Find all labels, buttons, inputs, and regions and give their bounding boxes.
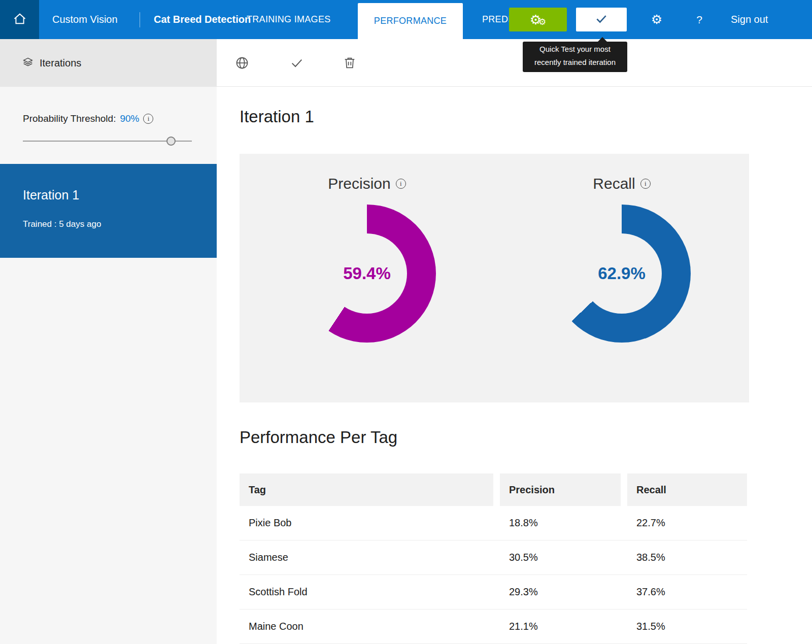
check-icon (290, 63, 304, 72)
tag-name: Scottish Fold (240, 575, 493, 609)
iteration-list-item-selected[interactable]: Iteration 1 Trained : 5 days ago (0, 164, 217, 258)
recall-title: Recall (593, 175, 635, 192)
layers-icon (23, 57, 33, 70)
tag-name: Siamese (240, 540, 493, 574)
iteration-toolbar (217, 39, 812, 87)
tag-precision: 21.1% (500, 609, 621, 643)
table-header-row: Tag Precision Recall (240, 473, 747, 506)
performance-per-tag-heading: Performance Per Tag (240, 428, 397, 447)
metrics-panel: Precision i 59.4% Recall i 62.9% (240, 154, 749, 402)
table-row: Pixie Bob 18.8% 22.7% (240, 506, 747, 540)
tab-training-images[interactable]: TRAINING IMAGES (247, 0, 331, 39)
column-header-tag: Tag (240, 473, 493, 506)
probability-threshold-slider[interactable] (23, 137, 192, 146)
recall-value: 62.9% (553, 205, 691, 343)
home-button[interactable] (0, 0, 39, 39)
delete-iteration-button[interactable] (343, 56, 357, 70)
tab-performance[interactable]: PERFORMANCE (358, 3, 463, 39)
page-title: Iteration 1 (240, 107, 314, 126)
iteration-trained-date: Trained : 5 days ago (23, 219, 101, 229)
threshold-info-icon[interactable]: i (143, 114, 153, 124)
project-title: Cat Breed Detection (154, 0, 251, 39)
quick-train-button[interactable]: ⚙ ⚙ (509, 8, 567, 31)
iterations-label: Iterations (40, 57, 81, 69)
gears-icon-small: ⚙ (538, 18, 546, 26)
settings-button[interactable]: ⚙ (648, 0, 666, 39)
tag-recall: 31.5% (627, 609, 747, 643)
tag-name: Pixie Bob (240, 506, 493, 540)
iterations-header: Iterations (0, 39, 217, 87)
quick-test-button[interactable] (576, 8, 627, 31)
column-header-precision: Precision (500, 473, 621, 506)
column-header-recall: Recall (627, 473, 747, 506)
tag-precision: 18.8% (500, 506, 621, 540)
precision-value: 59.4% (298, 205, 436, 343)
threshold-value[interactable]: 90% (120, 113, 139, 124)
performance-table: Tag Precision Recall Pixie Bob 18.8% 22.… (240, 473, 747, 644)
publish-button[interactable] (235, 56, 249, 70)
check-icon (595, 12, 608, 27)
quick-test-tooltip: Quick Test your most recently trained it… (523, 42, 627, 72)
tag-recall: 37.6% (627, 575, 747, 609)
iterations-sidebar: Iterations Probability Threshold: 90% i … (0, 39, 217, 644)
home-icon (13, 12, 27, 28)
tag-precision: 29.3% (500, 575, 621, 609)
iteration-name: Iteration 1 (23, 188, 79, 202)
quick-test-toolbar-button[interactable] (290, 56, 304, 70)
tag-precision: 30.5% (500, 540, 621, 574)
threshold-label: Probability Threshold: (23, 113, 116, 124)
gear-icon: ⚙ (651, 13, 662, 26)
app-title[interactable]: Custom Vision (52, 0, 118, 39)
globe-icon (235, 63, 249, 72)
sign-out-button[interactable]: Sign out (731, 0, 768, 39)
custom-vision-page: Custom Vision Cat Breed Detection TRAINI… (0, 0, 812, 644)
tooltip-text: Quick Test your most recently trained it… (534, 45, 616, 66)
tag-recall: 38.5% (627, 540, 747, 574)
precision-title: Precision (328, 175, 390, 192)
probability-threshold: Probability Threshold: 90% i (23, 113, 195, 146)
slider-thumb[interactable] (166, 137, 176, 146)
help-button[interactable]: ? (693, 0, 706, 39)
precision-metric: Precision i 59.4% (240, 154, 494, 402)
tag-recall: 22.7% (627, 506, 747, 540)
trash-icon (343, 63, 357, 72)
table-row: Scottish Fold 29.3% 37.6% (240, 575, 747, 609)
table-row: Siamese 30.5% 38.5% (240, 540, 747, 575)
header-divider (140, 12, 140, 27)
tag-name: Maine Coon (240, 609, 493, 643)
recall-metric: Recall i 62.9% (494, 154, 749, 402)
recall-info-icon[interactable]: i (640, 179, 651, 189)
table-row: Maine Coon 21.1% 31.5% (240, 609, 747, 644)
top-bar: Custom Vision Cat Breed Detection TRAINI… (0, 0, 812, 39)
iteration-detail-panel: Iteration 1 Precision i 59.4% Recall i (217, 87, 812, 644)
precision-info-icon[interactable]: i (396, 179, 406, 189)
